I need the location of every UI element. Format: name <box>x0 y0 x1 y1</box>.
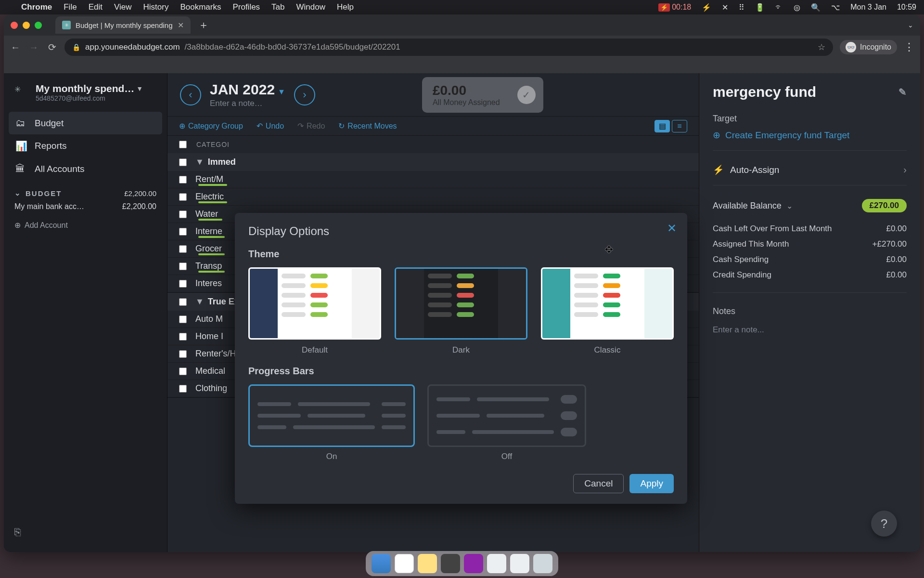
redo-button[interactable]: ↷Redo <box>297 121 325 131</box>
group-header-immediate[interactable]: ▼ Immed <box>167 153 699 171</box>
menubar-app-name[interactable]: Chrome <box>21 2 52 12</box>
lock-icon[interactable]: 🔒 <box>72 43 80 51</box>
new-tab-button[interactable]: ＋ <box>198 18 209 32</box>
edit-icon[interactable]: ✎ <box>898 86 907 98</box>
row-checkbox[interactable] <box>179 385 187 393</box>
dock-app-icon[interactable] <box>464 554 483 573</box>
menu-bookmarks[interactable]: Bookmarks <box>180 2 221 12</box>
tab-overflow-button[interactable]: ⌄ <box>908 21 913 29</box>
row-checkbox[interactable] <box>179 228 187 236</box>
prev-month-button[interactable]: ‹ <box>180 84 201 105</box>
category-row[interactable]: Rent/M <box>167 171 699 188</box>
row-checkbox[interactable] <box>179 263 187 270</box>
battery-status[interactable]: ⚡00:18 <box>658 3 691 12</box>
month-note-input[interactable]: Enter a note… <box>210 99 285 108</box>
cancel-button[interactable]: Cancel <box>573 474 624 493</box>
month-label[interactable]: JAN 2022▼ <box>210 81 285 97</box>
group-checkbox[interactable] <box>179 158 187 166</box>
dock-finder-icon[interactable] <box>372 554 391 573</box>
progress-bars-on[interactable] <box>248 384 415 447</box>
undo-button[interactable]: ↶Undo <box>257 121 284 131</box>
dock-trash-icon[interactable] <box>533 554 552 573</box>
row-checkbox[interactable] <box>179 280 187 288</box>
theme-default[interactable]: Default <box>248 267 381 355</box>
address-bar[interactable]: 🔒 app.youneedabudget.com/3a8bbdae-d62a-4… <box>64 39 833 56</box>
view-list-button[interactable]: ≡ <box>672 120 687 132</box>
bookmark-star-icon[interactable]: ☆ <box>818 42 825 53</box>
dock-textedit-icon[interactable] <box>487 554 506 573</box>
menu-tab[interactable]: Tab <box>271 2 284 12</box>
row-checkbox[interactable] <box>179 210 187 218</box>
chrome-menu-button[interactable]: ⋮ <box>904 41 914 53</box>
sidebar-item-reports[interactable]: 📊 Reports <box>4 134 167 158</box>
collapse-sidebar-button[interactable]: ⎘ <box>4 519 167 545</box>
row-checkbox[interactable] <box>179 315 187 323</box>
recent-moves-button[interactable]: ↻Recent Moves <box>338 121 397 131</box>
row-checkbox[interactable] <box>179 350 187 358</box>
row-checkbox[interactable] <box>179 245 187 253</box>
menu-view[interactable]: View <box>114 2 132 12</box>
menu-extra-dots-icon[interactable]: ⠿ <box>739 3 744 12</box>
menu-battery-icon[interactable]: 🔋 <box>755 3 765 12</box>
menu-wifi-icon[interactable]: ᯤ <box>775 3 783 12</box>
group-checkbox[interactable] <box>179 298 187 306</box>
row-checkbox[interactable] <box>179 193 187 201</box>
dock-preview-icon[interactable] <box>510 554 529 573</box>
auto-assign-button[interactable]: ⚡ Auto-Assign › <box>713 164 907 175</box>
menu-edit[interactable]: Edit <box>89 2 103 12</box>
menu-time[interactable]: 10:59 <box>897 3 916 12</box>
theme-dark[interactable]: Dark <box>395 267 527 355</box>
row-checkbox[interactable] <box>179 333 187 341</box>
menu-date[interactable]: Mon 3 Jan <box>850 3 886 12</box>
dock-terminal-icon[interactable] <box>441 554 460 573</box>
sidebar-budget-heading[interactable]: ⌄ BUDGET £2,200.00 <box>14 189 156 197</box>
apply-button[interactable]: Apply <box>629 474 674 493</box>
menu-window[interactable]: Window <box>296 2 325 12</box>
menu-control-center-icon[interactable]: ⌥ <box>831 3 840 12</box>
incognito-badge[interactable]: 👓 Incognito <box>840 40 897 54</box>
menu-profiles[interactable]: Profiles <box>232 2 260 12</box>
tab-close-button[interactable]: ✕ <box>178 21 184 30</box>
assigned-summary[interactable]: £0.00 All Money Assigned ✓ <box>422 77 543 113</box>
progress-bars-off[interactable] <box>427 384 586 447</box>
modal-close-button[interactable]: ✕ <box>667 222 677 235</box>
browser-tab[interactable]: ✳ Budget | My monthly spending ✕ <box>55 16 191 34</box>
dock-notes-icon[interactable] <box>418 554 437 573</box>
menu-extra-dev-icon[interactable]: ✕ <box>722 3 728 12</box>
reload-button[interactable]: ⟳ <box>46 41 58 53</box>
available-balance-amount: £270.00 <box>862 199 907 212</box>
menu-help[interactable]: Help <box>337 2 354 12</box>
view-toggle: ▤ ≡ <box>654 120 687 132</box>
chevron-down-icon: ⌄ <box>14 189 22 197</box>
sidebar-account-row[interactable]: My main bank acc… £2,200.00 <box>4 197 167 216</box>
menu-search-icon[interactable]: 🔍 <box>811 3 821 12</box>
help-button[interactable]: ? <box>871 511 897 537</box>
dock-chrome-icon[interactable] <box>395 554 414 573</box>
sidebar-item-accounts[interactable]: 🏛 All Accounts <box>4 158 167 180</box>
category-row[interactable]: Electric <box>167 188 699 206</box>
incognito-icon: 👓 <box>846 42 856 53</box>
menu-focus-icon[interactable]: ◎ <box>794 3 800 12</box>
budget-selector[interactable]: ✳ My monthly spend… ▼ 5d485270@uifeed.co… <box>4 80 167 107</box>
available-balance-row[interactable]: Available Balance ⌄ £270.00 <box>713 199 907 212</box>
menu-history[interactable]: History <box>143 2 168 12</box>
forward-button[interactable]: → <box>28 42 39 53</box>
theme-classic[interactable]: Classic <box>541 267 674 355</box>
minimize-window-button[interactable] <box>23 22 30 29</box>
row-checkbox[interactable] <box>179 368 187 375</box>
add-category-group-button[interactable]: ⊕Category Group <box>179 121 243 131</box>
create-target-button[interactable]: ⊕ Create Emergency fund Target <box>713 130 907 141</box>
menu-extra-cloud-icon[interactable]: ⚡ <box>702 3 711 12</box>
row-checkbox[interactable] <box>179 176 187 184</box>
balance-detail-row: Credit Spending£0.00 <box>713 267 907 283</box>
view-progress-button[interactable]: ▤ <box>654 120 670 132</box>
sidebar-item-budget[interactable]: 🗂 Budget <box>9 112 162 134</box>
zoom-window-button[interactable] <box>35 22 42 29</box>
menu-file[interactable]: File <box>64 2 77 12</box>
select-all-checkbox[interactable] <box>179 141 187 148</box>
notes-input[interactable]: Enter a note... <box>713 322 907 335</box>
add-account-button[interactable]: ⊕ Add Account <box>4 216 167 235</box>
close-window-button[interactable] <box>11 22 18 29</box>
next-month-button[interactable]: › <box>294 84 315 105</box>
back-button[interactable]: ← <box>10 42 21 53</box>
